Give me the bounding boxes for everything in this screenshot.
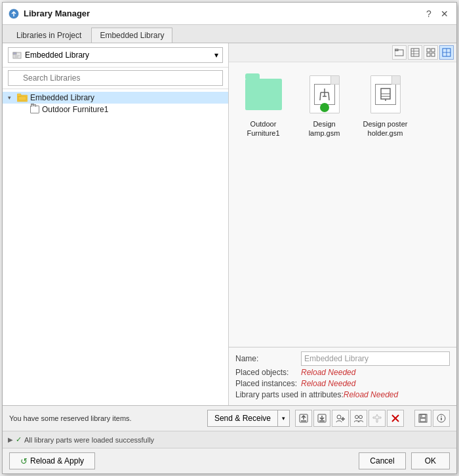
view-list-btn[interactable]: [408, 45, 422, 60]
green-dot-indicator: [320, 103, 329, 112]
file-doc-poster-icon: [370, 75, 401, 113]
info-placed-objects-row: Placed objects: Reload Needed: [235, 368, 450, 377]
info-panel: Name: Placed objects: Reload Needed Plac…: [229, 347, 456, 405]
placed-instances-value: Reload Needed: [301, 379, 355, 388]
upload-icon-btn[interactable]: [295, 410, 312, 427]
download-icon: [317, 414, 327, 423]
svg-rect-41: [420, 414, 426, 418]
send-receive-button[interactable]: Send & Receive: [207, 410, 278, 427]
file-name-poster: Design posterholder.gsm: [363, 119, 408, 138]
tree-child-item[interactable]: Outdoor Furniture1: [3, 104, 228, 115]
app-icon: [8, 8, 20, 20]
search-row: 🔍: [3, 68, 228, 89]
content-area: Embedded Library ▾ 🔍 ▾: [3, 43, 456, 405]
file-name-outdoor: OutdoorFurniture1: [247, 119, 279, 138]
add-user-icon: [336, 414, 345, 423]
svg-rect-14: [431, 49, 435, 52]
name-input[interactable]: [301, 351, 450, 366]
sync-bar: You have some reserved library items. Se…: [3, 406, 456, 431]
tree-area: ▾ Embedded Library Outdoor Furniture1: [3, 89, 228, 405]
view-grid-small-icon: [426, 48, 435, 57]
dropdown-value: Embedded Library: [25, 50, 89, 60]
library-dropdown[interactable]: Embedded Library ▾: [8, 47, 223, 63]
save-icon-btn[interactable]: [414, 410, 431, 427]
svg-rect-16: [431, 53, 435, 56]
send-receive-dropdown[interactable]: ▾: [278, 410, 290, 427]
footer-bar: ↺ Reload & Apply Cancel OK: [3, 448, 456, 473]
tree-root-item[interactable]: ▾ Embedded Library: [3, 92, 228, 104]
view-grid-small-btn[interactable]: [424, 45, 438, 60]
library-parts-value: Reload Needed: [344, 390, 398, 399]
pin-icon: [372, 414, 382, 423]
pin-icon-btn[interactable]: [369, 410, 386, 427]
title-bar: Library Manager ? ✕: [3, 3, 456, 25]
svg-rect-5: [17, 94, 21, 96]
view-list-icon: [410, 48, 420, 57]
view-grid-large-btn[interactable]: [439, 45, 454, 60]
add-user-icon-btn[interactable]: [332, 410, 349, 427]
cancel-button[interactable]: Cancel: [359, 452, 405, 469]
dialog-title: Library Manager: [24, 9, 422, 18]
group-icon: [354, 414, 363, 423]
help-button[interactable]: ?: [422, 7, 435, 20]
status-check-icon: ✓: [16, 435, 22, 444]
file-item-design-lamp[interactable]: Design lamp.gsm: [296, 69, 352, 141]
tab-libraries-in-project[interactable]: Libraries in Project: [8, 28, 90, 43]
reload-icon: ↺: [20, 456, 28, 466]
svg-line-23: [329, 92, 329, 100]
poster-icon: [379, 87, 392, 102]
view-folder-btn[interactable]: [392, 45, 407, 60]
group-icon-btn[interactable]: [350, 410, 367, 427]
right-panel: OutdoorFurniture1: [229, 43, 456, 405]
info-placed-instances-row: Placed instances: Reload Needed: [235, 379, 450, 388]
library-folder-icon: [17, 93, 28, 102]
library-manager-dialog: Library Manager ? ✕ Libraries in Project…: [2, 2, 457, 474]
placed-objects-label: Placed objects:: [235, 368, 301, 377]
svg-rect-9: [411, 49, 419, 56]
ok-button[interactable]: OK: [411, 452, 450, 469]
svg-point-33: [337, 415, 341, 419]
svg-rect-15: [427, 53, 430, 56]
library-parts-label: Library parts used in attributes:: [235, 390, 344, 399]
file-name-lamp: Design lamp.gsm: [299, 119, 349, 138]
info-name-row: Name:: [235, 351, 450, 366]
delete-icon: [391, 414, 399, 422]
close-button[interactable]: ✕: [438, 7, 451, 20]
tab-embedded-library[interactable]: Embedded Library: [91, 28, 172, 43]
save-icon: [418, 414, 428, 423]
svg-point-46: [441, 416, 442, 417]
left-panel: Embedded Library ▾ 🔍 ▾: [3, 43, 229, 405]
title-controls: ? ✕: [422, 7, 451, 20]
delete-icon-btn[interactable]: [387, 410, 404, 427]
svg-rect-1: [13, 52, 16, 54]
view-folder-icon: [395, 48, 404, 57]
reload-apply-button[interactable]: ↺ Reload & Apply: [9, 452, 95, 469]
upload-icon: [299, 414, 308, 423]
send-receive-group: Send & Receive ▾: [207, 410, 290, 427]
right-action-icons: [414, 410, 450, 427]
folder-large-icon: [245, 79, 282, 110]
dropdown-chevron: ▾: [214, 50, 218, 60]
placed-instances-label: Placed instances:: [235, 379, 301, 388]
tabs-row: Libraries in Project Embedded Library: [3, 25, 456, 43]
file-item-outdoor-furniture[interactable]: OutdoorFurniture1: [235, 69, 291, 141]
info-icon-btn[interactable]: [433, 410, 450, 427]
file-item-design-poster[interactable]: Design posterholder.gsm: [357, 69, 413, 141]
svg-rect-42: [420, 418, 426, 422]
download-icon-btn[interactable]: [313, 410, 330, 427]
tree-root-label: Embedded Library: [30, 93, 94, 102]
action-icons: [295, 410, 404, 427]
right-toolbar: [229, 43, 456, 62]
name-label: Name:: [235, 354, 301, 363]
search-input[interactable]: [8, 70, 223, 86]
reload-label: Reload & Apply: [30, 456, 84, 466]
info-library-parts-row: Library parts used in attributes: Reload…: [235, 390, 450, 399]
file-grid: OutdoorFurniture1: [229, 62, 456, 347]
svg-point-37: [359, 416, 363, 419]
info-icon: [437, 414, 446, 423]
dropdown-row: Embedded Library ▾: [3, 43, 228, 68]
tree-child-label: Outdoor Furniture1: [42, 105, 108, 114]
bottom-section: You have some reserved library items. Se…: [3, 405, 456, 473]
placed-objects-value: Reload Needed: [301, 368, 355, 377]
sync-text: You have some reserved library items.: [9, 414, 202, 422]
